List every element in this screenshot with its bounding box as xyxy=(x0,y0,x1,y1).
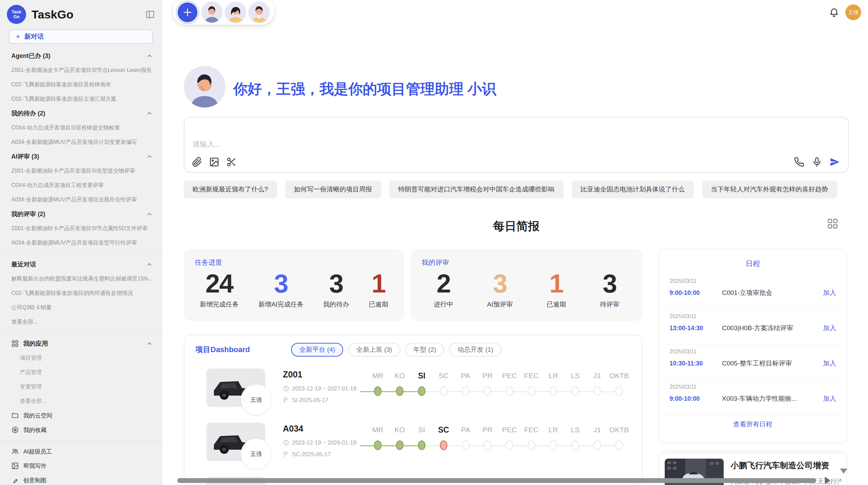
paperclip-icon[interactable] xyxy=(192,157,202,167)
assistant-avatar-3[interactable] xyxy=(249,2,269,23)
milestone[interactable]: SC xyxy=(433,424,455,450)
suggestion-chip[interactable]: 比亚迪全固态电池计划具体说了什么 xyxy=(572,181,694,198)
my-cloud-space[interactable]: 我的云空间 xyxy=(0,408,162,423)
schedule-event[interactable]: 2025/03/11 9:00-10:00 X003-车辆动力学性能验... 加… xyxy=(659,380,846,415)
tool-ai-super-staff[interactable]: AI超级员工 xyxy=(0,444,162,459)
milestone[interactable]: FEC xyxy=(520,370,542,396)
sidebar-item[interactable]: Z001-全新燃油轻卡产品开发项目SI节点属性5D文件评审 xyxy=(0,221,162,236)
my-favorites[interactable]: 我的收藏 xyxy=(0,423,162,437)
apps-view-all[interactable]: 查看全部... xyxy=(0,394,162,408)
join-link[interactable]: 加入 xyxy=(823,359,836,368)
scroll-right-arrow[interactable] xyxy=(825,477,830,484)
horizontal-scrollbar[interactable] xyxy=(177,478,816,483)
suggestion-chip[interactable]: 特朗普可能对进口汽车增税会对中国车企造成哪些影响 xyxy=(389,181,564,198)
milestone[interactable]: FEC xyxy=(520,424,542,450)
send-icon[interactable] xyxy=(830,157,840,167)
milestone[interactable]: PR xyxy=(477,370,498,396)
microphone-icon[interactable] xyxy=(812,157,822,167)
tool-help-me-write[interactable]: 帮我写作 xyxy=(0,459,162,473)
milestone[interactable]: SI xyxy=(411,370,433,396)
recent-view-all[interactable]: 查看全部... xyxy=(0,315,162,329)
view-all-schedule-link[interactable]: 查看所有日程 xyxy=(659,420,846,429)
event-time: 10:30-11:30 xyxy=(670,360,722,367)
sidebar-item[interactable]: Z001-全新燃油轻卡产品开发项目SI造型提交物评审 xyxy=(0,164,162,178)
milestone[interactable]: PA xyxy=(455,424,477,450)
join-link[interactable]: 加入 xyxy=(823,324,836,333)
schedule-event[interactable]: 2025/03/11 13:00-14:30 C003|H0B-方案冻结评审 加… xyxy=(659,309,846,345)
user-avatar[interactable]: 王强 xyxy=(845,4,861,20)
schedule-event[interactable]: 2025/03/11 10:30-11:30 C005-整车工程目标评审 加入 xyxy=(659,345,846,380)
suggestion-chip[interactable]: 如何写一份清晰的项目周报 xyxy=(285,181,381,198)
assistant-avatar-1[interactable] xyxy=(202,2,222,23)
image-upload-icon[interactable] xyxy=(209,157,219,167)
section-header-my-todo[interactable]: 我的待办 (2) xyxy=(0,106,162,121)
sidebar-item[interactable]: C02-飞腾新能源轻客改款项目里程碑画布 xyxy=(0,77,162,92)
recent-chat-item[interactable]: 解释最新出台的欧盟报废车法规再生塑料比例被调至15%... xyxy=(0,272,162,286)
milestone[interactable]: OKTB xyxy=(608,424,630,450)
event-time: 13:00-14:30 xyxy=(670,325,722,332)
sidebar-item[interactable]: C0X4-动力总成开发项目工程变更评审 xyxy=(0,178,162,192)
project-row[interactable]: 王强 A034 2023-12-19 ~ 2026-01-19 SC-2025-… xyxy=(184,419,642,473)
briefing-title: 每日简报 xyxy=(184,219,849,234)
milestone[interactable]: SC xyxy=(433,370,455,396)
milestone[interactable]: KO xyxy=(389,370,411,396)
sidebar-collapse-icon[interactable] xyxy=(145,10,155,19)
join-link[interactable]: 加入 xyxy=(823,288,836,297)
milestone[interactable]: MR xyxy=(367,424,389,450)
sidebar-item[interactable]: C0X4-动力总成开发项目SI里程碑提交物检查 xyxy=(0,121,162,135)
milestone[interactable]: KO xyxy=(389,424,411,450)
section-header-ai-review[interactable]: AI评审 (3) xyxy=(0,149,162,164)
project-row[interactable]: 王强 Z001 2023-12-19 ~ 2027-01-19 SI-2025-… xyxy=(184,365,642,419)
chat-input[interactable]: 请输入... xyxy=(184,117,849,173)
scroll-down-arrow[interactable] xyxy=(840,469,847,474)
sidebar-item[interactable]: Z001-全新燃油皮卡产品开发项目SI节点Lesson Learn报告 xyxy=(0,63,162,77)
assistant-avatar-2[interactable] xyxy=(225,2,246,23)
milestone[interactable]: PR xyxy=(477,424,498,450)
sidebar-item[interactable]: A034-全新新能源MUV产品开发项目造型可行性评审 xyxy=(0,236,162,250)
suggestion-chip[interactable]: 欧洲新规最近颁布了什么? xyxy=(184,181,277,198)
dashboard-tab[interactable]: 全新上装 (3) xyxy=(348,343,400,357)
phone-icon[interactable] xyxy=(794,157,804,167)
milestone[interactable]: LS xyxy=(564,424,586,450)
layout-grid-icon[interactable] xyxy=(827,218,839,229)
milestone[interactable]: SI xyxy=(411,424,433,450)
app-item[interactable]: 项目管理 xyxy=(0,351,162,365)
milestone[interactable]: J1 xyxy=(586,424,608,450)
sidebar-item[interactable]: A034-全新新能源MUV产品开发项目法规符合性评审 xyxy=(0,192,162,207)
join-link[interactable]: 加入 xyxy=(823,394,836,403)
milestone-label: SC xyxy=(433,424,455,435)
milestone[interactable]: LS xyxy=(564,370,586,396)
section-header-recent[interactable]: 最近对话 xyxy=(0,257,162,272)
section-header-agent-done[interactable]: Agent已办 (3) xyxy=(0,49,162,63)
stat: 24 新增完成任务 xyxy=(200,268,239,309)
milestone-label: FEC xyxy=(520,424,542,435)
app-item[interactable]: 变更管理 xyxy=(0,380,162,394)
recent-chat-item[interactable]: 公司Q3轻卡销量 xyxy=(0,300,162,315)
section-header-my-apps[interactable]: 我的应用 xyxy=(0,336,162,351)
my-reviews-card: 我的评审 2 进行中 3 AI预评审 1 已逾期 3 xyxy=(411,249,642,321)
suggestion-chip[interactable]: 当下年轻人对汽车外观有怎样的喜好趋势 xyxy=(702,181,837,198)
milestone[interactable]: PEC xyxy=(498,370,520,396)
tool-creative-drawing[interactable]: 创意制图 xyxy=(0,473,162,485)
schedule-event[interactable]: 2025/03/11 9:00-10:00 C001-立项审批会 加入 xyxy=(659,274,846,309)
session-toolbar xyxy=(173,0,274,25)
section-header-my-review[interactable]: 我的评审 (2) xyxy=(0,207,162,221)
dashboard-tab[interactable]: 动总开发 (1) xyxy=(449,343,502,357)
new-session-button[interactable] xyxy=(178,2,197,22)
milestone[interactable]: PA xyxy=(455,370,477,396)
milestone[interactable]: LR xyxy=(542,424,564,450)
milestone[interactable]: J1 xyxy=(586,370,608,396)
recent-chat-item[interactable]: C02-飞腾新能源轻客改款项目的闭环通告反馈情况 xyxy=(0,286,162,300)
new-chat-button[interactable]: + 新对话 xyxy=(9,29,153,44)
bell-icon[interactable] xyxy=(829,8,839,18)
sidebar-item[interactable]: C02-飞腾新能源轻客改款项目立项汇报方案 xyxy=(0,92,162,106)
sidebar-item[interactable]: A034-全新新能源MUV产品开发项目计划变更表编写 xyxy=(0,135,162,149)
milestone[interactable]: LR xyxy=(542,370,564,396)
milestone[interactable]: OKTB xyxy=(608,370,630,396)
scissors-icon[interactable] xyxy=(226,157,237,167)
milestone[interactable]: PEC xyxy=(498,424,520,450)
dashboard-tab[interactable]: 年型 (2) xyxy=(405,343,445,357)
milestone[interactable]: MR xyxy=(367,370,389,396)
dashboard-tab[interactable]: 全新平台 (4) xyxy=(291,343,343,357)
app-item[interactable]: 产品管理 xyxy=(0,365,162,380)
